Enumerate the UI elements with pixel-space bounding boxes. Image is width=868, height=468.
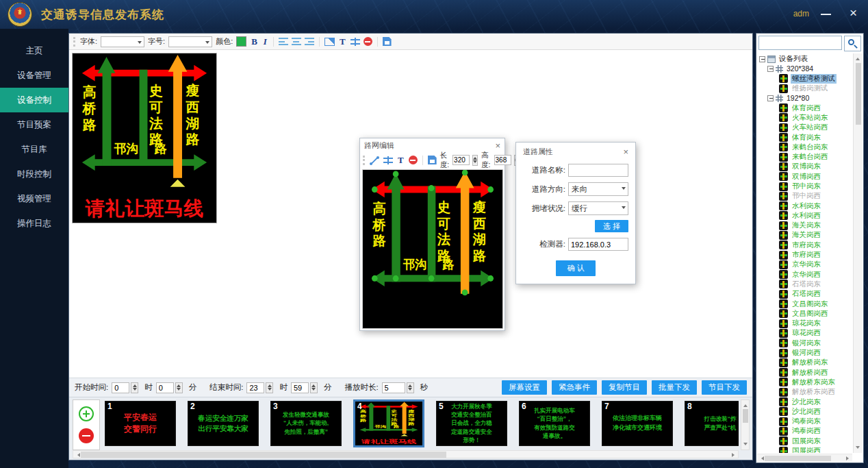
tree-device-item[interactable]: 石塔岗东 xyxy=(758,280,852,289)
tree-device-item[interactable]: 体育岗东 xyxy=(758,132,852,142)
select-button[interactable]: 选 择 xyxy=(595,220,628,232)
editor-canvas[interactable]: 高桥路史可法路瘦西湖路邗沟路请礼让斑马线 路网编辑 × T 长度: 高度: xyxy=(69,50,752,378)
tree-expander-icon[interactable] xyxy=(767,95,774,101)
tree-device-item[interactable]: 邗中岗西 xyxy=(758,191,852,201)
tree-device-item[interactable]: 水利岗西 xyxy=(758,211,852,221)
save-icon[interactable] xyxy=(383,37,392,46)
delete-icon[interactable] xyxy=(363,37,372,46)
save-icon[interactable] xyxy=(428,156,437,164)
scrollbar-thumb[interactable] xyxy=(81,452,446,458)
thumbnail-item[interactable]: 2春运安全连万家出行平安靠大家 xyxy=(188,401,259,446)
scrollbar-thumb[interactable] xyxy=(743,409,748,423)
insert-text-icon[interactable]: T xyxy=(338,36,347,47)
road-network-icon[interactable] xyxy=(350,38,360,46)
device-tree-horizontal-scrollbar[interactable] xyxy=(757,454,852,462)
road-network-icon[interactable] xyxy=(383,156,393,164)
delete-icon[interactable] xyxy=(409,156,418,164)
thumbnail-item[interactable]: 6扎实开展电动车“百日整治”，有效预防道路交通事故。 xyxy=(519,401,590,446)
program-send-button[interactable]: 节目下发 xyxy=(702,380,747,395)
tree-device-item[interactable]: 国展岗东 xyxy=(758,436,852,446)
scroll-down-icon[interactable] xyxy=(856,446,860,451)
tree-root[interactable]: 设备列表 xyxy=(758,54,852,64)
thumbnail-item[interactable]: 4高桥路史可法路瘦西湖路邗沟路请礼让斑马线 xyxy=(353,399,424,447)
tree-device-item[interactable]: 鸿泰岗东 xyxy=(758,417,852,426)
device-search-input[interactable] xyxy=(758,36,842,50)
thumbnail-item[interactable]: 1平安春运交警同行 xyxy=(105,401,176,446)
tree-device-item[interactable]: 文昌阁岗东 xyxy=(758,299,852,308)
align-right-icon[interactable] xyxy=(305,38,314,45)
scroll-left-icon[interactable] xyxy=(759,456,764,460)
screen-settings-button[interactable]: 屏幕设置 xyxy=(502,380,547,395)
congestion-select[interactable]: 缓行 xyxy=(568,201,628,215)
align-center-icon[interactable] xyxy=(292,38,301,45)
road-name-input[interactable] xyxy=(568,164,628,177)
search-button[interactable] xyxy=(844,36,861,51)
tree-device-item[interactable]: 海关岗东 xyxy=(758,221,852,230)
road-direction-select[interactable]: 来向 xyxy=(568,182,628,196)
close-icon[interactable]: × xyxy=(850,5,857,21)
tree-device-item[interactable]: 京华岗东 xyxy=(758,260,852,269)
tree-device-item[interactable]: 海关岗西 xyxy=(758,230,852,240)
tree-device-item[interactable]: 石塔岗西 xyxy=(758,289,852,299)
tree-device-item[interactable]: 市府岗东 xyxy=(758,241,852,250)
tree-device-item[interactable]: 体育岗西 xyxy=(758,103,852,112)
road-props-titlebar[interactable]: 道路属性 × xyxy=(523,145,628,158)
thumbnail-item[interactable]: 7依法治理非标车辆净化城市交通环境 xyxy=(602,401,673,446)
remove-program-button[interactable] xyxy=(79,428,94,443)
align-left-icon[interactable] xyxy=(279,38,288,45)
close-icon[interactable]: × xyxy=(495,141,500,150)
insert-image-icon[interactable] xyxy=(324,38,335,46)
tree-device-item[interactable]: 沙北岗西 xyxy=(758,407,852,417)
tree-group[interactable]: 320*384 xyxy=(758,64,852,73)
tree-device-item[interactable]: 鸿泰岗西 xyxy=(758,426,852,436)
roadnet-canvas[interactable]: 高桥路史可法路瘦西湖路邗沟路 xyxy=(362,169,503,329)
tree-device-item[interactable]: 琼花岗东 xyxy=(758,319,852,328)
tree-device-item[interactable]: 琼花岗西 xyxy=(758,328,852,338)
thumbnail-item[interactable]: 8打击改装“炸严查严处“机 xyxy=(685,401,739,446)
scroll-up-icon[interactable] xyxy=(743,402,748,407)
italic-button[interactable]: I xyxy=(262,36,268,47)
tree-device-item[interactable]: 维扬岗测试 xyxy=(758,84,852,93)
duration-input[interactable] xyxy=(382,382,405,393)
batch-send-button[interactable]: 批量下发 xyxy=(652,380,697,395)
end-minute-input[interactable] xyxy=(291,382,309,393)
tree-expander-icon[interactable] xyxy=(767,66,774,72)
sidebar-item-program-plan[interactable]: 节目预案 xyxy=(0,112,68,137)
tree-expander-icon[interactable] xyxy=(759,56,765,62)
minimize-icon[interactable] xyxy=(821,14,831,15)
copy-program-button[interactable]: 复制节目 xyxy=(602,380,647,395)
tree-device-item[interactable]: 市府岗西 xyxy=(758,250,852,260)
sidebar-item-program-library[interactable]: 节目库 xyxy=(0,137,68,162)
tree-device-item[interactable]: 双博岗东 xyxy=(758,162,852,171)
close-icon[interactable]: × xyxy=(623,147,628,156)
sidebar-item-operation-log[interactable]: 操作日志 xyxy=(0,211,68,236)
scroll-right-icon[interactable] xyxy=(846,456,851,460)
device-tree-vertical-scrollbar[interactable] xyxy=(853,53,863,453)
color-swatch[interactable] xyxy=(236,36,246,47)
end-minute-stepper[interactable] xyxy=(310,382,318,393)
scroll-left-icon[interactable] xyxy=(75,453,80,457)
thumbnail-item[interactable]: 3发生轻微交通事故“人未伤，车能动,先拍照，后撤离” xyxy=(270,401,342,446)
tree-device-item[interactable]: 沙北岗东 xyxy=(758,397,852,406)
start-minute-input[interactable] xyxy=(156,382,174,393)
scrollbar-thumb[interactable] xyxy=(856,63,861,125)
detector-input[interactable] xyxy=(568,238,628,251)
tree-device-item[interactable]: 解放桥东岗东 xyxy=(758,378,852,387)
font-size-select[interactable] xyxy=(168,36,212,47)
start-minute-stepper[interactable] xyxy=(175,382,183,393)
confirm-button[interactable]: 确 认 xyxy=(556,260,595,276)
scroll-down-icon[interactable] xyxy=(743,443,748,447)
tree-device-item[interactable]: 解放桥岗西 xyxy=(758,368,852,378)
tree-device-item[interactable]: 京华岗西 xyxy=(758,270,852,280)
sidebar-item-home[interactable]: 主页 xyxy=(0,38,68,63)
start-hour-stepper[interactable] xyxy=(131,382,138,393)
thumbnail-horizontal-scrollbar[interactable] xyxy=(73,450,739,458)
scrollbar-thumb[interactable] xyxy=(765,456,831,461)
tree-device-item[interactable]: 双博岗西 xyxy=(758,172,852,182)
font-family-select[interactable] xyxy=(101,36,144,47)
scroll-right-icon[interactable] xyxy=(732,453,737,457)
sidebar-item-time-control[interactable]: 时段控制 xyxy=(0,162,68,186)
length-input[interactable] xyxy=(452,155,470,165)
tree-device-item[interactable]: 螺丝湾桥测试 xyxy=(758,74,852,84)
sidebar-item-device-control[interactable]: 设备控制 xyxy=(0,88,68,112)
